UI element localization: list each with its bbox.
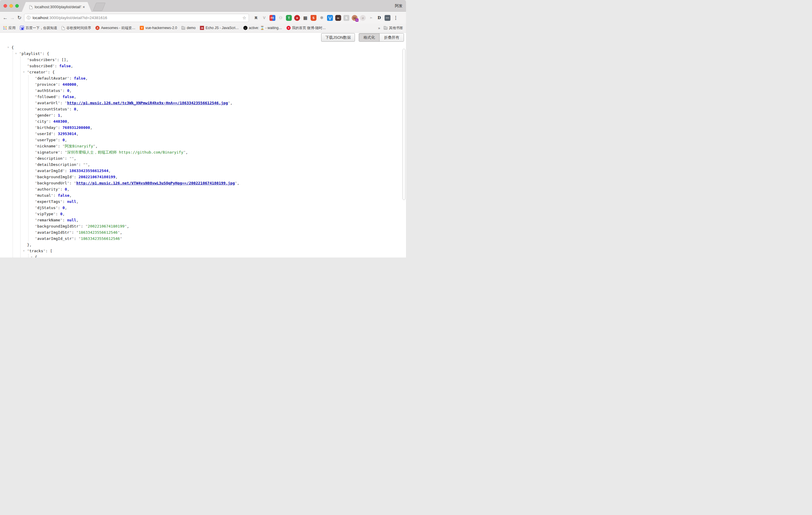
json-token: , <box>74 94 76 99</box>
json-token: : <box>55 64 59 68</box>
json-line: "mutual": false, <box>0 192 406 199</box>
browser-menu-icon[interactable]: ⋮ <box>394 15 398 21</box>
qr-code-icon[interactable]: ▦ <box>302 15 308 21</box>
minimize-window-button[interactable] <box>9 4 13 8</box>
json-token: : <box>74 236 79 241</box>
json-link[interactable]: http://p1.music.126.net/tc3Wk_XNPmwiR4hx… <box>67 101 228 105</box>
json-token: playlist <box>22 51 40 56</box>
collapse-arrow-icon[interactable]: ▼ <box>31 254 32 258</box>
bookmark-vue-hackernews[interactable]: Vvue-hackernews-2.0 <box>140 26 177 30</box>
url-path: :3000/playlist/detail?id=24381616 <box>48 16 242 20</box>
more-extensions-icon[interactable]: ••• <box>384 15 390 21</box>
tab-close-icon[interactable]: ✕ <box>83 5 85 9</box>
bookmark-demo-folder[interactable]: demo <box>181 26 196 30</box>
json-token: , <box>108 169 111 173</box>
paw-icon[interactable]: ✽ <box>319 15 325 21</box>
json-token: null <box>67 199 76 204</box>
json-token: city <box>37 119 47 124</box>
weibo-bird-icon[interactable]: ø <box>360 15 366 21</box>
json-token: mutual <box>37 193 51 198</box>
video-speed-icon[interactable]: » <box>294 15 300 21</box>
bookmarks-overflow-icon[interactable]: » <box>378 26 380 30</box>
json-token: signature <box>37 150 58 154</box>
zoom-window-button[interactable] <box>15 4 19 8</box>
bookmark-google-sorted[interactable]: 谷歌按时间排序 <box>62 26 91 31</box>
scrollbar-thumb[interactable] <box>403 49 405 200</box>
json-token: 18633423556612544 <box>69 169 108 173</box>
collapse-arrow-icon[interactable]: ▼ <box>15 51 17 57</box>
json-token: " <box>35 107 37 111</box>
json-token: 440300 <box>53 119 67 124</box>
page-info-icon[interactable]: ⓘ <box>27 15 31 21</box>
json-token: }, <box>27 242 32 247</box>
json-token: { <box>47 51 49 56</box>
back-icon[interactable]: ← <box>2 15 9 21</box>
json-token: authStatus <box>37 88 60 93</box>
profile-name[interactable]: 阿发 <box>395 3 403 8</box>
json-token: " <box>35 224 37 228</box>
other-bookmarks-folder[interactable]: 其他书签 <box>384 26 403 31</box>
collapse-arrow-icon[interactable]: ▼ <box>23 69 25 75</box>
json-token: : <box>58 138 62 142</box>
json-token: " <box>47 119 49 124</box>
baidu-icon <box>20 26 24 30</box>
reload-icon[interactable]: ↻ <box>16 15 23 21</box>
s-logo-icon[interactable]: S <box>344 15 349 21</box>
json-token: followed <box>37 94 56 99</box>
json-token: " <box>35 162 37 167</box>
json-token: " <box>27 70 29 74</box>
bookmark-weibo-home[interactable]: 我的首页 微博-随时… <box>287 26 326 31</box>
json-token: " <box>35 132 37 136</box>
json-line: "djStatus": 0, <box>0 205 406 211</box>
translate-icon[interactable]: 英 <box>253 15 259 21</box>
json-token: " <box>35 119 37 124</box>
new-tab-button[interactable] <box>93 3 106 11</box>
json-token: " <box>27 64 29 68</box>
collapse-arrow-icon[interactable]: ▼ <box>8 44 9 51</box>
bookmark-apps[interactable]: 应用 <box>3 26 16 31</box>
bird-icon[interactable]: ➣ <box>368 15 374 21</box>
bookmark-star-icon[interactable]: ☆ <box>242 15 246 21</box>
json-token: " <box>35 113 37 117</box>
browser-tab[interactable]: localhost:3000/playlist/detail?i ✕ <box>22 2 92 12</box>
tampermonkey-icon[interactable]: T <box>286 15 292 21</box>
json-token: 深圳市爱猫人士，前端工程师 https://github.com/Binaryi… <box>67 150 183 154</box>
bookmark-baidu[interactable]: 百度一下，你就知道 <box>20 26 57 31</box>
html5-player-icon[interactable]: 5 <box>311 15 316 21</box>
json-token: djStatus <box>37 205 56 210</box>
json-token: : <box>42 51 47 56</box>
address-bar[interactable]: ⓘ localhost :3000/playlist/detail?id=243… <box>24 14 249 22</box>
downloader-icon[interactable]: ⋁ <box>327 15 333 21</box>
vue-devtools-icon[interactable]: V <box>261 15 267 21</box>
dark-reader-icon[interactable]: D <box>376 15 382 21</box>
json-token: " <box>52 64 55 68</box>
json-line: "backgroundImgIdStr": "2002210674180199"… <box>0 223 406 229</box>
collapse-arrow-icon[interactable]: ▼ <box>23 248 25 254</box>
bookmark-echojs[interactable]: JSEcho JS - JavaScri… <box>200 26 239 30</box>
mask-icon[interactable]: ∞ <box>335 15 341 21</box>
close-window-button[interactable] <box>3 4 7 8</box>
fe-helper-icon[interactable]: FE <box>269 15 276 21</box>
json-token: " <box>35 187 37 192</box>
bookmark-awesomes[interactable]: AAwesomes - 前端资… <box>95 26 135 31</box>
json-line: "nickname": "阿发Binaryify", <box>0 143 406 149</box>
proxy-switch-icon[interactable]: ⚇ <box>278 15 284 21</box>
json-token: : <box>69 181 74 185</box>
json-token: : <box>49 119 53 124</box>
json-token: , <box>60 113 62 117</box>
awesomes-icon: A <box>95 26 99 30</box>
json-token: backgroundImgId <box>37 175 71 179</box>
json-token: " <box>35 101 37 105</box>
json-link[interactable]: http://p1.music.126.net/VTW4vsN08vwL3uSQ… <box>76 181 235 185</box>
folder-icon <box>384 27 387 30</box>
json-line: "accountStatus": 0, <box>0 106 406 112</box>
stylish-monkey-icon[interactable]: ω1 <box>352 15 357 21</box>
json-token: detailDescription <box>37 162 76 167</box>
json-token: , <box>76 107 79 111</box>
json-token: " <box>35 181 37 185</box>
json-token: gender <box>37 113 51 117</box>
bookmark-active-download[interactable]: ↓active: ⌛ - waiting… <box>243 26 282 30</box>
json-token: "" <box>83 162 88 167</box>
bookmark-label: 我的首页 微博-随时… <box>292 26 326 31</box>
json-token: description <box>37 156 62 161</box>
